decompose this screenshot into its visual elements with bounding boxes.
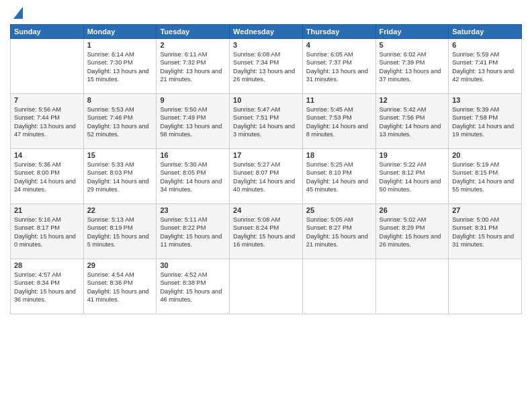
sunrise-text: Sunrise: 6:02 AM (380, 50, 445, 58)
weekday-header-row: SundayMondayTuesdayWednesdayThursdayFrid… (11, 25, 522, 39)
calendar-cell: 30Sunrise: 4:52 AMSunset: 8:38 PMDayligh… (157, 259, 230, 314)
weekday-header: Saturday (449, 25, 522, 39)
daylight-text: Daylight: 13 hours and 26 minutes. (233, 67, 299, 84)
weekday-header: Friday (375, 25, 449, 39)
calendar-cell (375, 259, 449, 314)
day-number: 19 (380, 151, 445, 159)
daylight-text: Daylight: 13 hours and 15 minutes. (87, 67, 153, 84)
weekday-header: Wednesday (230, 25, 303, 39)
day-number: 28 (14, 261, 80, 269)
daylight-text: Daylight: 13 hours and 37 minutes. (380, 67, 445, 84)
sunset-text: Sunset: 7:37 PM (306, 58, 372, 66)
calendar-cell: 19Sunrise: 5:22 AMSunset: 8:12 PMDayligh… (375, 149, 449, 204)
sunset-text: Sunset: 8:38 PM (160, 279, 226, 287)
logo-icon (13, 7, 23, 19)
sunrise-text: Sunrise: 5:22 AM (380, 161, 445, 169)
day-info: Sunrise: 5:56 AMSunset: 7:44 PMDaylight:… (14, 105, 80, 139)
day-info: Sunrise: 5:50 AMSunset: 7:49 PMDaylight:… (160, 105, 226, 139)
daylight-text: Daylight: 15 hours and 46 minutes. (160, 287, 226, 304)
day-info: Sunrise: 5:47 AMSunset: 7:51 PMDaylight:… (233, 105, 299, 139)
sunset-text: Sunset: 8:27 PM (306, 224, 372, 232)
day-number: 14 (14, 151, 80, 159)
sunrise-text: Sunrise: 5:56 AM (14, 105, 80, 113)
sunset-text: Sunset: 7:32 PM (160, 58, 226, 66)
calendar-cell: 21Sunrise: 5:16 AMSunset: 8:17 PMDayligh… (11, 204, 84, 259)
day-info: Sunrise: 6:11 AMSunset: 7:32 PMDaylight:… (160, 50, 226, 84)
calendar-cell: 11Sunrise: 5:45 AMSunset: 7:53 PMDayligh… (302, 94, 375, 149)
day-number: 2 (160, 41, 226, 49)
sunset-text: Sunset: 8:31 PM (452, 224, 518, 232)
daylight-text: Daylight: 13 hours and 42 minutes. (452, 67, 518, 84)
sunset-text: Sunset: 7:44 PM (14, 113, 80, 122)
sunrise-text: Sunrise: 5:27 AM (233, 161, 299, 169)
calendar-week-row: 7Sunrise: 5:56 AMSunset: 7:44 PMDaylight… (11, 94, 522, 149)
calendar-cell: 23Sunrise: 5:11 AMSunset: 8:22 PMDayligh… (157, 204, 230, 259)
day-info: Sunrise: 5:00 AMSunset: 8:31 PMDaylight:… (452, 216, 518, 249)
weekday-header: Monday (83, 25, 157, 39)
daylight-text: Daylight: 14 hours and 29 minutes. (87, 177, 153, 194)
calendar-cell (449, 259, 522, 314)
sunrise-text: Sunrise: 4:54 AM (87, 271, 153, 279)
day-number: 18 (306, 151, 372, 159)
sunrise-text: Sunrise: 5:08 AM (233, 216, 299, 224)
day-info: Sunrise: 6:02 AMSunset: 7:39 PMDaylight:… (380, 50, 445, 84)
daylight-text: Daylight: 15 hours and 21 minutes. (306, 232, 372, 249)
sunrise-text: Sunrise: 5:30 AM (160, 161, 226, 169)
day-info: Sunrise: 6:05 AMSunset: 7:37 PMDaylight:… (306, 50, 372, 84)
sunrise-text: Sunrise: 6:11 AM (160, 50, 226, 58)
sunrise-text: Sunrise: 5:33 AM (87, 161, 153, 169)
day-number: 5 (380, 41, 445, 49)
sunrise-text: Sunrise: 5:59 AM (452, 50, 518, 58)
calendar-cell: 16Sunrise: 5:30 AMSunset: 8:05 PMDayligh… (157, 149, 230, 204)
calendar-cell: 1Sunrise: 6:14 AMSunset: 7:30 PMDaylight… (83, 39, 157, 94)
sunset-text: Sunset: 8:07 PM (233, 169, 299, 177)
daylight-text: Daylight: 14 hours and 8 minutes. (306, 122, 372, 139)
calendar-cell: 9Sunrise: 5:50 AMSunset: 7:49 PMDaylight… (157, 94, 230, 149)
sunrise-text: Sunrise: 5:39 AM (452, 105, 518, 113)
sunrise-text: Sunrise: 5:36 AM (14, 161, 80, 169)
sunrise-text: Sunrise: 5:13 AM (87, 216, 153, 224)
daylight-text: Daylight: 14 hours and 40 minutes. (233, 177, 299, 194)
sunrise-text: Sunrise: 5:05 AM (306, 216, 372, 224)
calendar-cell: 29Sunrise: 4:54 AMSunset: 8:36 PMDayligh… (83, 259, 157, 314)
calendar-cell: 7Sunrise: 5:56 AMSunset: 7:44 PMDaylight… (11, 94, 84, 149)
day-info: Sunrise: 5:22 AMSunset: 8:12 PMDaylight:… (380, 161, 445, 194)
sunset-text: Sunset: 7:51 PM (233, 113, 299, 122)
day-info: Sunrise: 4:54 AMSunset: 8:36 PMDaylight:… (87, 271, 153, 304)
day-info: Sunrise: 5:30 AMSunset: 8:05 PMDaylight:… (160, 161, 226, 194)
sunset-text: Sunset: 8:03 PM (87, 169, 153, 177)
daylight-text: Daylight: 14 hours and 55 minutes. (452, 177, 518, 194)
svg-marker-0 (13, 7, 23, 19)
weekday-header: Sunday (11, 25, 84, 39)
calendar-cell: 10Sunrise: 5:47 AMSunset: 7:51 PMDayligh… (230, 94, 303, 149)
calendar-cell: 25Sunrise: 5:05 AMSunset: 8:27 PMDayligh… (302, 204, 375, 259)
sunrise-text: Sunrise: 5:42 AM (380, 105, 445, 113)
sunset-text: Sunset: 8:05 PM (160, 169, 226, 177)
day-info: Sunrise: 4:57 AMSunset: 8:34 PMDaylight:… (14, 271, 80, 304)
daylight-text: Daylight: 14 hours and 24 minutes. (14, 177, 80, 194)
daylight-text: Daylight: 14 hours and 19 minutes. (452, 122, 518, 139)
day-number: 25 (306, 206, 372, 214)
calendar-page: SundayMondayTuesdayWednesdayThursdayFrid… (0, 0, 532, 411)
sunrise-text: Sunrise: 5:00 AM (452, 216, 518, 224)
day-info: Sunrise: 5:59 AMSunset: 7:41 PMDaylight:… (452, 50, 518, 84)
calendar-cell (230, 259, 303, 314)
day-number: 24 (233, 206, 299, 214)
daylight-text: Daylight: 14 hours and 13 minutes. (380, 122, 445, 139)
sunset-text: Sunset: 7:49 PM (160, 113, 226, 122)
daylight-text: Daylight: 15 hours and 5 minutes. (87, 232, 153, 249)
daylight-text: Daylight: 13 hours and 21 minutes. (160, 67, 226, 84)
day-number: 8 (87, 96, 153, 104)
calendar-cell: 26Sunrise: 5:02 AMSunset: 8:29 PMDayligh… (375, 204, 449, 259)
day-info: Sunrise: 5:16 AMSunset: 8:17 PMDaylight:… (14, 216, 80, 249)
daylight-text: Daylight: 14 hours and 45 minutes. (306, 177, 372, 194)
daylight-text: Daylight: 15 hours and 11 minutes. (160, 232, 226, 249)
sunset-text: Sunset: 7:58 PM (452, 113, 518, 122)
sunrise-text: Sunrise: 5:02 AM (380, 216, 445, 224)
calendar-cell: 15Sunrise: 5:33 AMSunset: 8:03 PMDayligh… (83, 149, 157, 204)
day-number: 11 (306, 96, 372, 104)
day-number: 20 (452, 151, 518, 159)
sunset-text: Sunset: 8:00 PM (14, 169, 80, 177)
day-number: 6 (452, 41, 518, 49)
day-info: Sunrise: 5:11 AMSunset: 8:22 PMDaylight:… (160, 216, 226, 249)
